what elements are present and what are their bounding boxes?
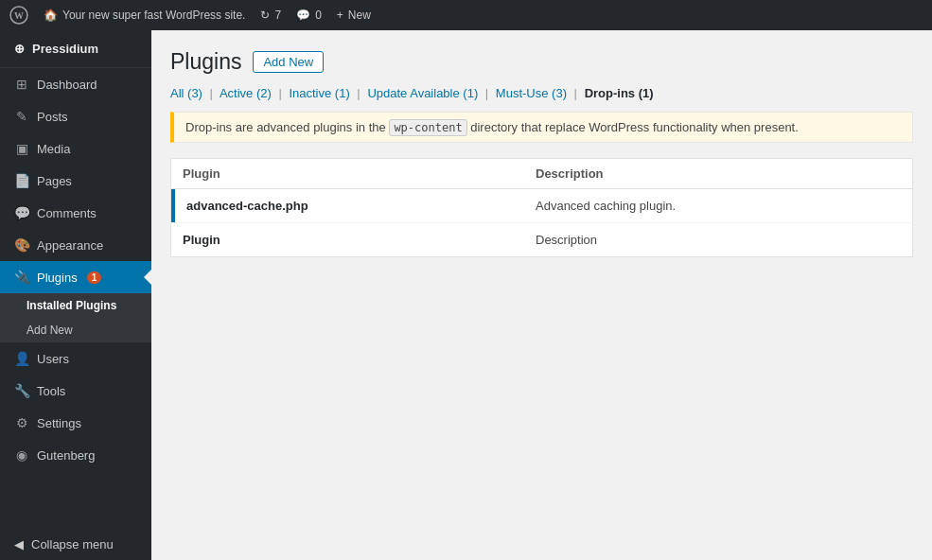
plugin-cell: advanced-cache.php [171,189,525,223]
plugin-name: Plugin [183,233,220,247]
pressidium-icon: ⊕ [14,42,25,56]
plugins-icon: 🔌 [14,270,29,285]
table-row: PluginDescription [171,223,913,257]
sidebar-appearance-label: Appearance [37,238,103,253]
comments-button[interactable]: 💬 0 [296,9,322,22]
sep-3: | [357,86,360,100]
filter-all[interactable]: All (3) [170,86,202,100]
page-header: Plugins Add New [170,49,913,75]
comments-count: 0 [315,9,322,22]
filter-inactive[interactable]: Inactive (1) [289,86,349,100]
sidebar-comments-label: Comments [37,206,97,220]
plugin-name: advanced-cache.php [186,199,308,213]
wp-logo-button[interactable]: W [9,6,28,25]
sidebar-sub-installed-plugins[interactable]: Installed Plugins [0,293,151,318]
updates-button[interactable]: ↻ 7 [260,9,281,22]
plugin-column-header: Plugin [171,159,525,189]
description-column-header: Description [524,159,913,189]
updates-icon: ↻ [260,9,270,22]
new-label: New [348,9,371,22]
plugins-submenu: Installed Plugins Add New [0,293,151,342]
sidebar-plugins-label: Plugins [37,271,78,285]
sidebar-item-comments[interactable]: 💬 Comments [0,197,151,229]
plugins-table: Plugin Description advanced-cache.phpAdv… [170,158,913,257]
plugins-arrow [144,270,151,285]
svg-text:W: W [14,10,24,21]
appearance-icon: 🎨 [14,237,29,253]
sidebar-item-appearance[interactable]: 🎨 Appearance [0,229,151,261]
filter-must-use[interactable]: Must-Use (3) [496,86,567,100]
installed-plugins-label: Installed Plugins [26,299,116,312]
sep-2: | [278,86,281,100]
wp-logo-icon: W [9,6,28,25]
sidebar-item-dashboard[interactable]: ⊞ Dashboard [0,68,151,100]
admin-bar: W 🏠 Your new super fast WordPress site. … [0,0,932,30]
active-indicator [171,189,175,222]
collapse-menu-button[interactable]: ◀ Collapse menu [0,529,151,560]
sidebar-item-pages[interactable]: 📄 Pages [0,165,151,197]
sidebar-logo[interactable]: ⊕ Pressidium [0,30,151,68]
sidebar-tools-label: Tools [37,384,65,398]
add-new-button[interactable]: Add New [253,51,324,73]
sidebar-pages-label: Pages [37,174,72,188]
page-title: Plugins [170,49,241,75]
sidebar-dashboard-label: Dashboard [37,78,97,92]
plus-icon: + [337,9,343,22]
sep-4: | [485,86,488,100]
add-new-sub-label: Add New [26,324,73,337]
plugin-cell: Plugin [171,223,525,257]
users-icon: 👤 [14,351,29,366]
dashboard-icon: ⊞ [14,77,29,92]
info-text-after: directory that replace WordPress functio… [470,120,799,134]
filter-active[interactable]: Active (2) [220,86,272,100]
sidebar-item-media[interactable]: ▣ Media [0,132,151,165]
new-content-button[interactable]: + New [337,9,371,22]
pages-icon: 📄 [14,173,29,188]
sidebar-item-posts[interactable]: ✎ Posts [0,100,151,132]
posts-icon: ✎ [14,109,29,124]
info-box: Drop-ins are advanced plugins in the wp-… [170,112,913,143]
site-name-text: Your new super fast WordPress site. [62,9,245,22]
description-cell: Description [524,223,913,257]
table-row: advanced-cache.phpAdvanced caching plugi… [171,189,913,223]
sidebar-item-gutenberg[interactable]: ◉ Gutenberg [0,439,151,471]
main-content: Plugins Add New All (3) | Active (2) | I… [151,30,932,560]
sidebar-logo-label: Pressidium [32,42,98,56]
settings-icon: ⚙ [14,415,29,430]
info-text-before: Drop-ins are advanced plugins in the [185,120,386,134]
site-name-button[interactable]: 🏠 Your new super fast WordPress site. [44,9,245,22]
sidebar-item-users[interactable]: 👤 Users [0,342,151,375]
media-icon: ▣ [14,141,29,156]
collapse-label: Collapse menu [31,537,114,551]
sidebar-settings-label: Settings [37,416,81,430]
home-icon: 🏠 [44,9,58,22]
description-cell: Advanced caching plugin. [524,189,913,223]
sidebar-item-plugins[interactable]: 🔌 Plugins 1 [0,261,151,293]
comments-icon: 💬 [296,9,310,22]
sidebar-item-settings[interactable]: ⚙ Settings [0,407,151,439]
sidebar-posts-label: Posts [37,110,68,124]
sidebar-gutenberg-label: Gutenberg [37,448,95,463]
info-code: wp-content [389,119,466,136]
filter-drop-ins-current: Drop-ins (1) [585,86,654,100]
sidebar: ⊕ Pressidium ⊞ Dashboard ✎ Posts ▣ Media… [0,30,151,560]
filter-links: All (3) | Active (2) | Inactive (1) | Up… [170,86,913,100]
tools-icon: 🔧 [14,383,29,398]
sidebar-users-label: Users [37,352,69,366]
sep-5: | [574,86,577,100]
sidebar-sub-add-new[interactable]: Add New [0,318,151,342]
sidebar-item-tools[interactable]: 🔧 Tools [0,375,151,407]
comments-sidebar-icon: 💬 [14,205,29,220]
sidebar-media-label: Media [37,142,70,156]
sep-1: | [210,86,213,100]
filter-update-available[interactable]: Update Available (1) [367,86,478,100]
gutenberg-icon: ◉ [14,447,29,463]
plugins-badge: 1 [87,271,102,284]
collapse-icon: ◀ [14,537,24,551]
updates-count: 7 [274,9,281,22]
